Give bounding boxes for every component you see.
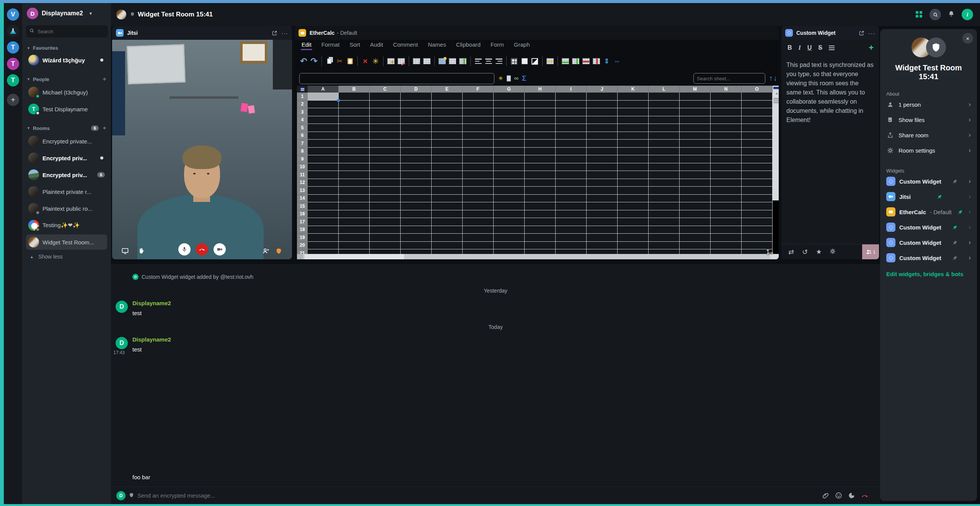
widget-row-custom[interactable]: Custom Widget › (886, 235, 971, 250)
avatar[interactable]: D (116, 337, 128, 349)
cell-D8[interactable] (401, 148, 432, 156)
row-header-19[interactable]: 19 (297, 234, 308, 242)
cell-O10[interactable] (742, 163, 773, 171)
cell-J16[interactable] (587, 210, 618, 218)
cell-M20[interactable] (680, 242, 711, 250)
cell-A19[interactable] (308, 234, 339, 242)
cell-E21[interactable] (432, 249, 463, 254)
cell-F20[interactable] (463, 242, 494, 250)
row-header-3[interactable]: 3 (297, 108, 308, 116)
cell-M17[interactable] (680, 218, 711, 226)
cell-B21[interactable] (339, 249, 370, 254)
sheet-grid-icon[interactable] (447, 56, 458, 67)
cell-H11[interactable] (525, 171, 556, 179)
align-right-icon[interactable] (494, 56, 504, 67)
cell-F8[interactable] (463, 148, 494, 156)
cell-F21[interactable] (463, 249, 494, 254)
cell-H1[interactable] (525, 93, 556, 101)
cell-A10[interactable] (308, 163, 339, 171)
cell-K19[interactable] (618, 234, 649, 242)
message-text[interactable]: foo bar (132, 474, 880, 480)
cell-M14[interactable] (680, 195, 711, 203)
cell-M9[interactable] (680, 155, 711, 163)
cell-J3[interactable] (587, 108, 618, 116)
cell-G2[interactable] (494, 101, 525, 109)
cell-C9[interactable] (370, 155, 401, 163)
pad-add-button[interactable]: + (869, 43, 874, 53)
cell-G4[interactable] (494, 116, 525, 124)
widget-menu-icon[interactable]: ··· (281, 30, 288, 36)
cell-K12[interactable] (618, 179, 649, 187)
cell-G8[interactable] (494, 148, 525, 156)
cell-J5[interactable] (587, 124, 618, 132)
cell-O7[interactable] (742, 140, 773, 148)
cell-B11[interactable] (339, 171, 370, 179)
cell-J13[interactable] (587, 187, 618, 195)
column-header-D[interactable]: D (401, 86, 432, 93)
cell-N7[interactable] (711, 140, 742, 148)
cell-D13[interactable] (401, 187, 432, 195)
popout-icon[interactable] (859, 30, 864, 36)
column-header-L[interactable]: L (649, 86, 680, 93)
cell-E14[interactable] (432, 195, 463, 203)
cell-A12[interactable] (308, 179, 339, 187)
cell-D16[interactable] (401, 210, 432, 218)
cell-A13[interactable] (308, 187, 339, 195)
cell-L6[interactable] (649, 132, 680, 140)
cell-D3[interactable] (401, 108, 432, 116)
cell-H7[interactable] (525, 140, 556, 148)
cell-J4[interactable] (587, 116, 618, 124)
cell-N1[interactable] (711, 93, 742, 101)
sender-name[interactable]: Displayname2 (132, 336, 880, 343)
cell-E19[interactable] (432, 234, 463, 242)
cell-O4[interactable] (742, 116, 773, 124)
cell-F1[interactable] (463, 93, 494, 101)
cell-A17[interactable] (308, 218, 339, 226)
hangup-button[interactable] (196, 243, 208, 255)
lock-cell-icon[interactable] (386, 56, 396, 67)
cell-I5[interactable] (556, 124, 587, 132)
cell-E5[interactable] (432, 124, 463, 132)
add-space-button[interactable]: + (7, 94, 19, 106)
search-down-icon[interactable]: ↓ (774, 74, 778, 83)
bold-button[interactable]: B (788, 44, 792, 51)
cell-O6[interactable] (742, 132, 773, 140)
cell-I3[interactable] (556, 108, 587, 116)
wizard-icon[interactable]: ✳ (370, 56, 381, 67)
cell-C12[interactable] (370, 179, 401, 187)
insert-row-icon[interactable] (560, 56, 571, 67)
attachment-icon[interactable] (822, 492, 829, 499)
camera-button[interactable] (214, 243, 226, 255)
cell-L1[interactable] (649, 93, 680, 101)
cell-N6[interactable] (711, 132, 742, 140)
cell-N8[interactable] (711, 148, 742, 156)
cell-M13[interactable] (680, 187, 711, 195)
insert-sheet-icon[interactable] (437, 56, 447, 67)
row-header-11[interactable]: 11 (297, 171, 308, 179)
cell-C8[interactable] (370, 148, 401, 156)
space-avatar-t2[interactable]: T (7, 58, 19, 70)
cell-F6[interactable] (463, 132, 494, 140)
cell-B8[interactable] (339, 148, 370, 156)
cell-D4[interactable] (401, 116, 432, 124)
user-menu[interactable]: D Displayname2 ▼ (26, 8, 107, 19)
apps-grid-icon[interactable] (916, 11, 923, 18)
cell-O12[interactable] (742, 179, 773, 187)
cell-M8[interactable] (680, 148, 711, 156)
cell-K9[interactable] (618, 155, 649, 163)
cell-N13[interactable] (711, 187, 742, 195)
cell-I19[interactable] (556, 234, 587, 242)
space-avatar-flask[interactable] (7, 25, 19, 37)
cell-N10[interactable] (711, 163, 742, 171)
cell-A21[interactable] (308, 249, 339, 254)
cell-L18[interactable] (649, 226, 680, 234)
cell-H15[interactable] (525, 202, 556, 210)
cell-D12[interactable] (401, 179, 432, 187)
cell-O11[interactable] (742, 171, 773, 179)
cell-A20[interactable] (308, 242, 339, 250)
security-shield-icon[interactable] (276, 248, 282, 254)
cell-D14[interactable] (401, 195, 432, 203)
cell-E10[interactable] (432, 163, 463, 171)
cell-J10[interactable] (587, 163, 618, 171)
pin-icon[interactable] (937, 194, 942, 200)
